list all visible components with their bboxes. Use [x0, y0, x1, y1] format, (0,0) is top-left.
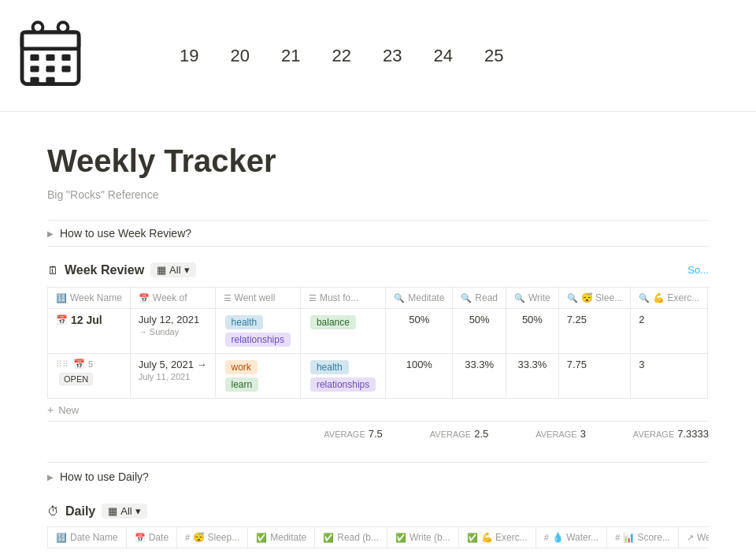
drag-handle-icon: ⠿⠿ — [56, 359, 69, 370]
avg-score: AVERAGE 7.3333 — [633, 428, 709, 440]
table-row: ⠿⠿ 📅 5 OPEN July 5, 2021 → July 11, 2021… — [48, 354, 710, 399]
date-22: 22 — [332, 46, 350, 66]
svg-rect-8 — [46, 65, 54, 72]
avg-water-label: AVERAGE — [536, 429, 576, 439]
week-review-table: 🔢Week Name 📅Week of ☰Went well ☰Must fo.… — [47, 287, 709, 399]
how-to-use-week-review-toggle[interactable]: ▶ How to use Week Review? — [47, 220, 709, 247]
date-23: 23 — [383, 46, 402, 66]
table-header-row: 🔢Week Name 📅Week of ☰Went well ☰Must fo.… — [48, 288, 710, 309]
row2-must-focus-tag-health: health — [310, 360, 349, 374]
col-must-focus: ☰Must fo... — [300, 288, 385, 309]
row2-must-focus: health relationships — [300, 354, 385, 399]
add-icon: + — [47, 403, 54, 416]
row2-write: 33.3% — [506, 354, 559, 399]
row2-week-name[interactable]: ⠿⠿ 📅 5 OPEN — [48, 354, 131, 399]
avg-sleep-value: 7.5 — [369, 428, 383, 440]
week-review-title: Week Review — [65, 263, 144, 277]
week-review-header: 🗓 Week Review ▦ All ▾ So... — [47, 262, 709, 277]
date-numbers-row: 19 20 21 22 23 24 25 — [101, 33, 756, 79]
chevron-down-icon: ▾ — [184, 264, 190, 276]
avg-score-value: 7.3333 — [677, 428, 709, 440]
avg-water-value: 3 — [580, 428, 586, 440]
svg-point-3 — [58, 22, 69, 32]
row2-read: 33.3% — [453, 354, 506, 399]
calendar-icon-container — [0, 6, 101, 105]
week-review-section: 🗓 Week Review ▦ All ▾ So... 🔢Week Name 📅… — [47, 262, 709, 446]
toggle-arrow-daily: ▶ — [47, 473, 54, 481]
daily-chevron-icon: ▾ — [135, 505, 141, 517]
row1-went-well-tag-health: health — [225, 315, 264, 329]
row2-week-of: July 5, 2021 → July 11, 2021 — [130, 354, 215, 399]
calendar-icon — [19, 19, 82, 90]
row1-date-label: 12 Jul — [71, 314, 102, 326]
week-review-icon: 🗓 — [47, 264, 58, 277]
daily-col-sleep: #😴 Sleep... — [177, 527, 248, 548]
col-sleep: 🔍😴 Slee... — [558, 288, 630, 309]
row1-read: 50% — [453, 309, 506, 354]
date-20: 20 — [230, 46, 249, 66]
col-exercise: 🔍💪 Exerc... — [631, 288, 708, 309]
avg-exercise-label: AVERAGE — [430, 429, 471, 439]
date-21: 21 — [281, 46, 300, 66]
toggle-arrow-right: ▶ — [47, 229, 54, 238]
daily-header-row: 🔢Date Name 📅Date #😴 Sleep... ✅Meditate ✅… — [48, 527, 710, 548]
svg-rect-5 — [46, 54, 54, 61]
daily-view-selector[interactable]: ▦ All ▾ — [102, 504, 146, 519]
daily-col-week: ↗Week — [678, 527, 709, 548]
col-week-of: 📅Week of — [130, 288, 215, 309]
daily-col-date: 📅Date — [126, 527, 176, 548]
row1-date-arrow: → Sunday — [139, 327, 207, 336]
row1-must-focus-tag-balance: balance — [310, 315, 356, 329]
sort-button[interactable]: So... — [687, 264, 709, 276]
daily-col-date-name: 🔢Date Name — [48, 527, 127, 548]
svg-point-2 — [33, 22, 43, 32]
svg-rect-4 — [30, 54, 39, 61]
page-title: Weekly Tracker — [47, 143, 709, 179]
row2-open-badge: OPEN — [59, 373, 93, 385]
svg-rect-1 — [22, 32, 79, 49]
date-24: 24 — [433, 46, 452, 66]
row1-went-well: health relationships — [215, 309, 300, 354]
daily-col-exercise: ✅💪 Exerc... — [458, 527, 536, 548]
daily-title: Daily — [65, 504, 95, 519]
page-content: Weekly Tracker Big "Rocks" Reference ▶ H… — [0, 112, 756, 554]
view-selector[interactable]: ▦ All ▾ — [150, 262, 195, 277]
avg-exercise: AVERAGE 2.5 — [430, 428, 488, 440]
svg-rect-11 — [46, 77, 54, 84]
row1-meditate: 50% — [386, 309, 453, 354]
row1-week-name[interactable]: 📅 12 Jul — [48, 309, 131, 354]
row1-date-line1: July 12, 2021 — [139, 314, 199, 325]
daily-header: ⏱ Daily ▦ All ▾ — [47, 504, 709, 519]
daily-clock-icon: ⏱ — [47, 504, 59, 518]
row2-went-well-tag-work: work — [225, 360, 258, 374]
row2-date-line1: July 5, 2021 → — [139, 359, 207, 370]
daily-col-score: #📊 Score... — [607, 527, 679, 548]
col-week-name: 🔢Week Name — [48, 288, 131, 309]
row2-went-well: work learn — [215, 354, 300, 399]
add-new-label: New — [58, 404, 79, 416]
daily-col-water: #💧 Water... — [536, 527, 606, 548]
averages-row: AVERAGE 7.5 AVERAGE 2.5 AVERAGE 3 AVERAG… — [47, 421, 709, 446]
row2-num: 5 — [88, 359, 93, 369]
avg-sleep-label: AVERAGE — [324, 429, 365, 439]
svg-rect-10 — [30, 77, 39, 84]
date-25: 25 — [484, 46, 503, 66]
row1-calendar-icon: 📅 — [56, 314, 68, 325]
row2-water: 3 — [708, 354, 709, 399]
avg-exercise-value: 2.5 — [474, 428, 488, 440]
how-to-use-daily-toggle[interactable]: ▶ How to use Daily? — [47, 462, 709, 491]
col-read: 🔍Read — [453, 288, 506, 309]
page-subtitle: Big "Rocks" Reference — [47, 188, 709, 201]
grid-icon: ▦ — [157, 264, 166, 276]
add-new-row[interactable]: + New — [47, 399, 709, 421]
svg-rect-9 — [61, 65, 70, 72]
row1-write: 50% — [506, 309, 559, 354]
daily-col-write: ✅Write (b... — [387, 527, 458, 548]
avg-score-label: AVERAGE — [633, 429, 674, 439]
row2-must-focus-tag-relationships: relationships — [310, 377, 376, 392]
avg-sleep: AVERAGE 7.5 — [324, 428, 382, 440]
daily-grid-icon: ▦ — [108, 505, 117, 517]
row1-sleep: 7.25 — [558, 309, 630, 354]
row2-sleep: 7.75 — [558, 354, 630, 399]
svg-rect-7 — [30, 65, 39, 72]
